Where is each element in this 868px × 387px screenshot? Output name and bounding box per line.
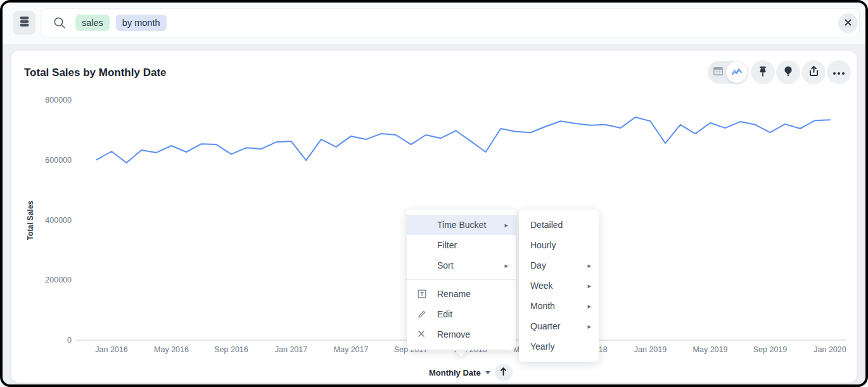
menu-item-label: Detailed xyxy=(530,220,563,230)
menu-item-label: Edit xyxy=(437,309,452,319)
submenu-arrow-icon: ▸ xyxy=(587,282,591,289)
menu-item-week[interactable]: Week▸ xyxy=(519,276,599,296)
x-tick-label: Jan 2016 xyxy=(95,345,127,354)
x-tick-label: Jan 2020 xyxy=(814,345,846,354)
y-tick-label: 200000 xyxy=(45,276,72,284)
y-tick-label: 400000 xyxy=(45,216,72,225)
x-tick-label: May 2019 xyxy=(693,345,728,354)
database-icon xyxy=(18,15,30,30)
y-tick-label: 600000 xyxy=(45,156,72,165)
search-topbar: sales by month xyxy=(3,3,865,45)
menu-divider xyxy=(407,279,516,280)
menu-item-day[interactable]: Day▸ xyxy=(519,255,599,276)
submenu-arrow-icon: ▸ xyxy=(587,262,591,269)
x-tick-label: Sep 2016 xyxy=(214,345,248,354)
x-tick-label: May 2017 xyxy=(334,345,369,354)
chevron-down-icon[interactable] xyxy=(485,371,490,374)
time-bucket-submenu: DetailedHourlyDay▸Week▸Month▸Quarter▸Yea… xyxy=(519,210,599,362)
x-tick-label: Jan 2017 xyxy=(275,345,307,354)
menu-item-filter[interactable]: Filter xyxy=(407,235,516,255)
menu-item-label: Remove xyxy=(437,329,470,339)
menu-item-label: Yearly xyxy=(530,341,554,352)
total-sales-line-series[interactable] xyxy=(96,117,830,163)
menu-item-month[interactable]: Month▸ xyxy=(519,296,599,316)
menu-item-label: Time Bucket xyxy=(437,220,486,230)
clear-search-button[interactable] xyxy=(838,13,858,33)
x-axis-column-label[interactable]: Monthly Date xyxy=(429,368,481,377)
x-tick-label: Jan 2019 xyxy=(634,345,667,354)
close-x-icon xyxy=(844,18,852,29)
x-tick-label: May 2016 xyxy=(154,345,189,354)
menu-item-label: Filter xyxy=(437,240,457,250)
sort-ascending-button[interactable] xyxy=(495,364,513,381)
data-source-button[interactable] xyxy=(13,11,35,35)
search-input[interactable]: sales by month xyxy=(41,9,859,37)
edit-pencil-icon xyxy=(417,309,427,319)
menu-item-time-bucket[interactable]: Time Bucket▸ xyxy=(407,215,516,235)
menu-item-label: Day xyxy=(530,260,546,270)
y-axis-title: Total Sales xyxy=(26,200,35,240)
x-tick-label: Sep 2019 xyxy=(753,345,788,354)
sort-ascending-arrow-icon xyxy=(499,367,507,379)
menu-item-edit[interactable]: Edit xyxy=(407,304,516,324)
x-axis-column-control[interactable]: Monthly Date xyxy=(429,364,513,381)
menu-item-label: Month xyxy=(530,301,555,311)
search-token-sales[interactable]: sales xyxy=(75,15,110,31)
menu-item-remove[interactable]: Remove xyxy=(407,324,516,345)
submenu-arrow-icon: ▸ xyxy=(504,262,508,269)
submenu-arrow-icon: ▸ xyxy=(587,323,591,330)
submenu-arrow-icon: ▸ xyxy=(504,222,508,229)
menu-item-quarter[interactable]: Quarter▸ xyxy=(519,316,599,336)
menu-item-sort[interactable]: Sort▸ xyxy=(407,255,516,276)
menu-item-hourly[interactable]: Hourly xyxy=(519,235,599,255)
menu-item-label: Week xyxy=(530,281,553,291)
menu-item-label: Quarter xyxy=(530,321,560,331)
menu-item-label: Rename xyxy=(437,289,471,299)
submenu-arrow-icon: ▸ xyxy=(587,303,591,310)
remove-x-icon xyxy=(417,329,427,339)
search-icon xyxy=(53,16,67,30)
menu-item-yearly[interactable]: Yearly xyxy=(519,336,599,357)
app-window-frame: sales by month Total Sales by Monthly Da… xyxy=(0,0,868,387)
menu-item-rename[interactable]: Rename xyxy=(407,284,516,304)
app-window: sales by month Total Sales by Monthly Da… xyxy=(3,3,865,384)
search-token-by-month[interactable]: by month xyxy=(116,15,167,31)
y-tick-label: 0 xyxy=(67,336,72,345)
y-tick-label: 800000 xyxy=(45,96,72,105)
column-context-menu: Time Bucket▸FilterSort▸RenameEditRemove xyxy=(407,210,516,350)
menu-item-label: Sort xyxy=(437,260,454,270)
menu-item-label: Hourly xyxy=(530,240,556,250)
menu-item-detailed[interactable]: Detailed xyxy=(519,215,599,235)
rename-icon xyxy=(417,289,427,299)
